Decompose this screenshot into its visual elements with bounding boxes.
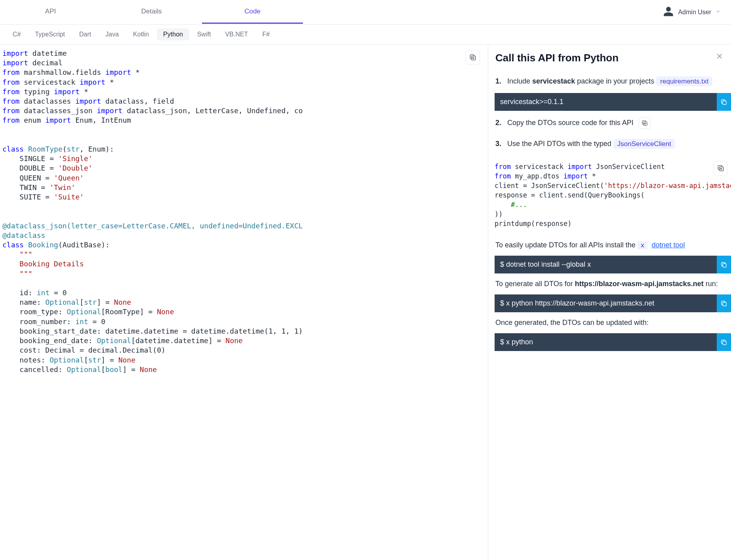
install-note: To easily update DTOs for all APIs insta… <box>488 236 731 254</box>
example-code-block: from servicestack import JsonServiceClie… <box>495 158 731 232</box>
user-menu[interactable]: Admin User <box>663 6 731 19</box>
svg-rect-7 <box>723 302 726 306</box>
step-text: Include <box>507 77 532 85</box>
copy-command-button[interactable] <box>717 256 731 273</box>
lang-tab-python[interactable]: Python <box>157 28 189 40</box>
command-text[interactable]: $ x python https://blazor-wasm-api.jamst… <box>495 294 717 312</box>
note-text: run: <box>704 280 718 288</box>
user-name: Admin User <box>678 9 711 16</box>
step-number: 3. <box>495 140 501 148</box>
close-panel-button[interactable] <box>715 52 724 62</box>
step-text: package in your projects <box>575 77 656 85</box>
step-number: 1. <box>495 77 501 85</box>
avatar-icon <box>663 6 674 19</box>
command-text[interactable]: $ x python <box>495 333 717 351</box>
copy-code-button[interactable] <box>466 50 480 65</box>
copy-command-button[interactable] <box>717 294 731 312</box>
tab-code[interactable]: Code <box>202 0 303 24</box>
generate-note: To generate all DTOs for https://blazor-… <box>488 275 731 293</box>
command-block: $ x python https://blazor-wasm-api.jamst… <box>495 294 731 312</box>
command-text[interactable]: $ dotnet tool install --global x <box>495 256 717 273</box>
lang-tab-typescript[interactable]: TypeScript <box>29 28 71 40</box>
svg-rect-8 <box>723 341 726 345</box>
step-package-name: servicestack <box>532 77 575 85</box>
command-block: $ x python <box>495 333 731 351</box>
panel-title: Call this API from Python <box>495 52 619 64</box>
svg-rect-6 <box>723 264 726 267</box>
command-text[interactable]: servicestack>=0.1.1 <box>495 93 717 111</box>
note-text: To easily update DTOs for all APIs insta… <box>495 241 638 249</box>
step-text: Copy the DTOs source code for this API <box>507 119 634 127</box>
instructions-panel: Call this API from Python 1. Include ser… <box>488 45 731 560</box>
lang-tab-dart[interactable]: Dart <box>73 28 97 40</box>
api-url: https://blazor-wasm-api.jamstacks.net <box>575 280 704 288</box>
copy-example-button[interactable] <box>714 161 728 175</box>
x-tool-pill: x <box>638 241 648 249</box>
language-tabs: C# TypeScript Dart Java Kotlin Python Sw… <box>0 25 731 45</box>
tab-api[interactable]: API <box>0 0 101 24</box>
top-tab-group: API Details Code <box>0 0 663 24</box>
step-3: 3. Use the API DTOs with the typed JsonS… <box>488 134 731 154</box>
step-text: Use the API DTOs with the typed <box>507 140 613 148</box>
requirements-pill[interactable]: requirements.txt <box>656 76 712 86</box>
top-nav: API Details Code Admin User <box>0 0 731 25</box>
dotnet-tool-link[interactable]: dotnet tool <box>652 241 685 249</box>
dto-code[interactable]: import datetime import decimal from mars… <box>2 49 485 374</box>
command-block: $ dotnet tool install --global x <box>495 256 731 273</box>
update-note: Once generated, the DTOs can be updated … <box>488 314 731 332</box>
lang-tab-kotlin[interactable]: Kotlin <box>127 28 155 40</box>
lang-tab-vbnet[interactable]: VB.NET <box>219 28 255 40</box>
lang-tab-csharp[interactable]: C# <box>6 28 27 40</box>
step-1: 1. Include servicestack package in your … <box>488 71 731 91</box>
code-pane: import datetime import decimal from mars… <box>0 45 488 560</box>
copy-dtos-button[interactable] <box>639 117 651 129</box>
command-block: servicestack>=0.1.1 <box>495 93 731 111</box>
step-number: 2. <box>495 119 501 127</box>
tab-details[interactable]: Details <box>101 0 202 24</box>
chevron-down-icon <box>715 9 721 16</box>
json-service-client-pill[interactable]: JsonServiceClient <box>613 139 675 149</box>
step-2: 2. Copy the DTOs source code for this AP… <box>488 112 731 134</box>
lang-tab-java[interactable]: Java <box>99 28 125 40</box>
lang-tab-fsharp[interactable]: F# <box>256 28 276 40</box>
svg-rect-3 <box>723 101 726 104</box>
lang-tab-swift[interactable]: Swift <box>191 28 217 40</box>
main-content: import datetime import decimal from mars… <box>0 45 731 560</box>
note-text: To generate all DTOs for <box>495 280 575 288</box>
copy-command-button[interactable] <box>717 93 731 111</box>
copy-command-button[interactable] <box>717 333 731 351</box>
example-code[interactable]: from servicestack import JsonServiceClie… <box>495 162 731 228</box>
